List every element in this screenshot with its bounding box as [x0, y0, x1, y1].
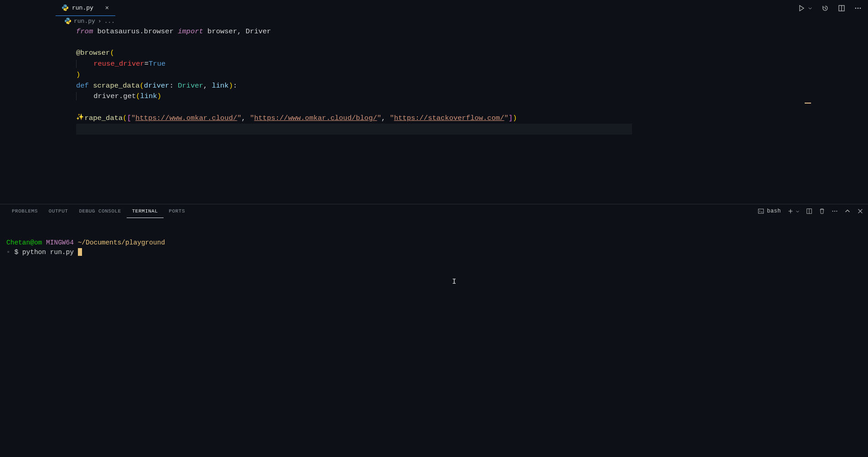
new-terminal-icon[interactable]	[787, 208, 794, 214]
panel-tab-debug-console[interactable]: DEBUG CONSOLE	[73, 204, 126, 218]
svg-point-3	[858, 7, 859, 9]
panel-actions: bash	[758, 208, 863, 214]
breadcrumb-symbol: ...	[104, 18, 115, 25]
more-icon[interactable]	[854, 5, 862, 12]
svg-point-10	[836, 211, 837, 212]
chevron-down-icon[interactable]	[808, 5, 812, 12]
code-line: reuse_driver=True	[76, 59, 868, 70]
split-editor-icon[interactable]	[838, 5, 845, 12]
split-terminal-icon[interactable]	[806, 208, 812, 214]
breadcrumb[interactable]: run.py › ...	[0, 16, 868, 26]
tab-filename: run.py	[72, 5, 93, 11]
close-panel-icon[interactable]	[857, 208, 863, 214]
code-line-current	[76, 124, 632, 135]
panel-tab-output[interactable]: OUTPUT	[43, 204, 74, 218]
terminal-shell-selector[interactable]: bash	[758, 208, 781, 214]
terminal-cursor	[78, 248, 82, 256]
terminal-prompt-line: Chetan@om MINGW64 ~/Documents/playground	[6, 238, 862, 248]
code-editor[interactable]: from botasaurus.browser import browser, …	[0, 26, 868, 204]
bottom-panel: PROBLEMS OUTPUT DEBUG CONSOLE TERMINAL P…	[0, 204, 868, 457]
breadcrumb-file: run.py	[74, 18, 95, 25]
breadcrumb-separator: ›	[98, 18, 102, 25]
chevron-up-icon[interactable]	[844, 208, 851, 214]
tab-bar: run.py ×	[0, 0, 868, 16]
panel-tab-problems[interactable]: PROBLEMS	[6, 204, 43, 218]
panel-tab-terminal[interactable]: TERMINAL	[127, 204, 164, 218]
terminal-icon	[758, 208, 764, 214]
code-line: from botasaurus.browser import browser, …	[76, 26, 868, 37]
code-line	[76, 37, 868, 48]
python-icon	[62, 5, 68, 11]
svg-point-9	[834, 211, 835, 212]
close-icon[interactable]: ×	[105, 4, 109, 11]
code-line: driver.get(link)	[76, 91, 868, 102]
terminal-command-line: ◦ $ python run.py	[6, 248, 862, 257]
code-line	[76, 102, 868, 113]
code-line: @browser(	[76, 48, 868, 59]
code-line: def scrape_data(driver: Driver, link):	[76, 81, 868, 92]
trash-icon[interactable]	[819, 208, 825, 214]
run-icon[interactable]	[798, 5, 805, 12]
editor-actions	[798, 5, 862, 12]
code-line: )	[76, 70, 868, 81]
svg-point-8	[832, 211, 833, 212]
code-line: scrape_data(["https://www.omkar.cloud/",…	[76, 113, 868, 124]
editor-tab-run-py[interactable]: run.py ×	[56, 0, 115, 16]
panel-tab-ports[interactable]: PORTS	[164, 204, 191, 218]
more-icon[interactable]	[832, 208, 838, 214]
history-icon[interactable]	[822, 5, 829, 12]
text-cursor-icon: I	[452, 277, 457, 287]
minimap-marker	[805, 103, 811, 104]
svg-rect-5	[759, 209, 764, 213]
svg-point-2	[855, 7, 857, 9]
python-icon	[65, 18, 71, 24]
terminal-body[interactable]: Chetan@om MINGW64 ~/Documents/playground…	[0, 218, 868, 457]
panel-tab-bar: PROBLEMS OUTPUT DEBUG CONSOLE TERMINAL P…	[0, 204, 868, 218]
sparkle-icon[interactable]: ✨	[76, 112, 84, 123]
svg-point-4	[860, 7, 861, 9]
chevron-down-icon[interactable]	[796, 209, 800, 213]
